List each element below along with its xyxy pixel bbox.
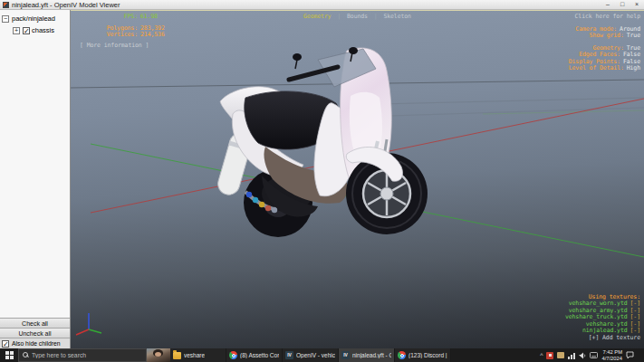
collapse-icon[interactable]: −	[2, 15, 9, 23]
model-tree-panel: − pack/ninjalead + ✓ chassis Check all U…	[0, 10, 71, 348]
check-all-button[interactable]: Check all	[0, 318, 70, 328]
also-hide-children-row[interactable]: ✓ Also hide children	[0, 338, 70, 348]
scene-render	[71, 11, 644, 348]
fps-row: FPS:61.98	[80, 14, 165, 21]
task-button-assetto[interactable]: (8) Assetto Corsa F...	[226, 348, 283, 362]
window-title: ninjalead.yft - OpenIV Model Viewer	[12, 1, 120, 9]
tray-chevron-icon[interactable]: ^	[540, 352, 543, 358]
tray-date: 4/7/2024	[601, 356, 622, 361]
scooter-model	[216, 47, 428, 237]
network-icon[interactable]	[568, 352, 575, 359]
tree-item-label[interactable]: pack/ninjalead	[12, 14, 55, 23]
tab-bounds[interactable]: Bounds	[347, 13, 368, 20]
tab-geometry[interactable]: Geometry	[303, 13, 332, 20]
app-window: ninjalead.yft - OpenIV Model Viewer – □ …	[0, 0, 644, 362]
openiv-icon: IV	[341, 351, 350, 359]
uncheck-all-button[interactable]: Uncheck all	[0, 328, 70, 338]
model-tree: − pack/ninjalead + ✓ chassis	[0, 10, 70, 318]
tab-separator: |	[337, 13, 341, 20]
viewport-3d[interactable]: FPS:61.98 Polygons:283,392 Vertices:214,…	[71, 10, 644, 348]
vertices-row: Vertices:214,536	[80, 32, 165, 39]
add-texture-link[interactable]: [+] Add texture	[565, 335, 640, 342]
task-button-ninjalead[interactable]: IV ninjalead.yft - Ope...	[339, 348, 395, 362]
system-tray: ^ 7:42 PM 4/7/2024	[540, 348, 644, 362]
minimize-button[interactable]: –	[601, 0, 615, 9]
titlebar: ninjalead.yft - OpenIV Model Viewer – □ …	[0, 0, 644, 10]
tab-separator: |	[374, 13, 378, 20]
openiv-icon: IV	[285, 351, 293, 359]
search-icon	[23, 352, 29, 358]
tray-folder-icon[interactable]	[557, 352, 564, 358]
taskbar-search[interactable]	[18, 348, 147, 362]
tab-skeleton[interactable]: Skeleton	[383, 13, 411, 20]
tray-app-icon[interactable]	[546, 352, 553, 359]
chrome-icon	[229, 351, 237, 359]
volume-icon[interactable]	[579, 352, 586, 359]
chrome-icon	[398, 351, 406, 359]
textures-overlay: Using textures: vehshare_worn.ytd[-] veh…	[565, 294, 640, 342]
task-button-openiv[interactable]: IV OpenIV - vehicles.r...	[283, 348, 339, 362]
also-hide-children-checkbox[interactable]: ✓	[2, 340, 9, 348]
tree-item-pack[interactable]: − pack/ninjalead	[2, 13, 68, 24]
start-button[interactable]	[0, 348, 18, 362]
tree-item-chassis[interactable]: + ✓ chassis	[2, 24, 68, 36]
taskbar-avatar[interactable]	[147, 348, 170, 362]
expand-icon[interactable]: +	[13, 27, 20, 34]
task-button-veshare[interactable]: veshare	[170, 348, 226, 362]
action-center-icon[interactable]	[626, 351, 634, 359]
help-link[interactable]: Click here for help	[569, 14, 640, 21]
axis-gizmo	[76, 313, 101, 335]
keyboard-icon[interactable]	[590, 352, 598, 358]
more-information-link[interactable]: [ More information ]	[80, 43, 165, 50]
texture-remove-link[interactable]: [-]	[630, 313, 640, 320]
stats-overlay: FPS:61.98 Polygons:283,392 Vertices:214,…	[80, 14, 165, 49]
view-tabs: Geometry | Bounds | Skeleton	[303, 14, 411, 21]
maximize-button[interactable]: □	[615, 0, 630, 9]
texture-remove-link[interactable]: [-]	[630, 300, 640, 307]
also-hide-children-label: Also hide children	[12, 340, 61, 347]
windows-taskbar: veshare (8) Assetto Corsa F... IV OpenIV…	[0, 348, 644, 362]
close-button[interactable]: ×	[630, 0, 644, 9]
folder-icon	[173, 352, 181, 359]
setting-show-grid[interactable]: Show grid:True	[569, 33, 640, 40]
render-settings-overlay: Click here for help Camera mode:Around S…	[569, 14, 640, 72]
texture-remove-link[interactable]: [-]	[630, 327, 640, 334]
windows-logo-icon	[5, 351, 14, 359]
openiv-app-icon	[3, 2, 9, 8]
chassis-checkbox[interactable]: ✓	[23, 27, 30, 34]
setting-level-of-detail[interactable]: Level of Detail:High	[569, 65, 640, 72]
tree-item-label[interactable]: chassis	[32, 26, 54, 34]
search-input[interactable]	[32, 352, 142, 358]
tray-clock[interactable]: 7:42 PM 4/7/2024	[601, 349, 622, 361]
task-button-discord[interactable]: (123) Discord | #L...	[395, 348, 451, 362]
